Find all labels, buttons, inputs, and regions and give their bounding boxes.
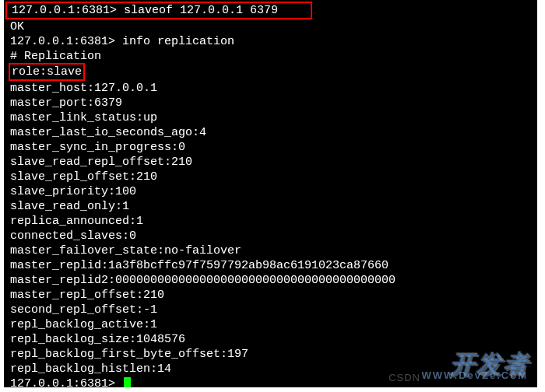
- output-line: master_last_io_seconds_ago:4: [10, 125, 536, 140]
- command-line: 127.0.0.1:6381> info replication: [10, 34, 536, 49]
- output-line: master_sync_in_progress:0: [10, 140, 536, 155]
- output-line: slave_read_repl_offset:210: [10, 155, 536, 170]
- output-line: repl_backlog_active:1: [10, 317, 536, 332]
- output-line: master_replid2:0000000000000000000000000…: [10, 273, 536, 288]
- output-line: master_host:127.0.0.1: [10, 81, 536, 96]
- output-line: second_repl_offset:-1: [10, 303, 536, 317]
- output-line: master_repl_offset:210: [10, 288, 536, 303]
- output-line: OK: [10, 19, 536, 34]
- output-line: master_replid:1a3f8bcffc97f7597792ab98ac…: [10, 258, 536, 273]
- output-line: repl_backlog_size:1048576: [10, 332, 536, 347]
- output-line: repl_backlog_first_byte_offset:197: [10, 347, 536, 362]
- output-line: replica_announced:1: [10, 214, 536, 229]
- output-line: slave_read_only:1: [10, 199, 536, 214]
- output-line: master_port:6379: [10, 96, 536, 110]
- output-section-header: # Replication: [10, 49, 536, 64]
- output-line: master_link_status:up: [10, 110, 536, 125]
- output-line: repl_backlog_histlen:14: [10, 362, 536, 376]
- terminal-output: 127.0.0.1:6381> slaveof 127.0.0.1 6379 O…: [4, 0, 537, 392]
- output-line: master_failover_state:no-failover: [10, 243, 536, 258]
- cursor: [124, 377, 131, 390]
- output-line: slave_priority:100: [10, 184, 536, 199]
- role-value: role:slave: [9, 63, 85, 81]
- prompt: 127.0.0.1:6381>: [12, 4, 124, 17]
- prompt: 127.0.0.1:6381>: [10, 377, 122, 390]
- prompt-line[interactable]: 127.0.0.1:6381>: [10, 376, 536, 391]
- role-line-highlighted: role:slave: [10, 64, 536, 81]
- command-text: info replication: [122, 35, 234, 48]
- command-line-highlighted: 127.0.0.1:6381> slaveof 127.0.0.1 6379: [5, 2, 312, 19]
- command-text: slaveof 127.0.0.1 6379: [124, 4, 278, 17]
- output-line: connected_slaves:0: [10, 229, 536, 243]
- prompt: 127.0.0.1:6381>: [10, 35, 122, 48]
- output-line: slave_repl_offset:210: [10, 170, 536, 184]
